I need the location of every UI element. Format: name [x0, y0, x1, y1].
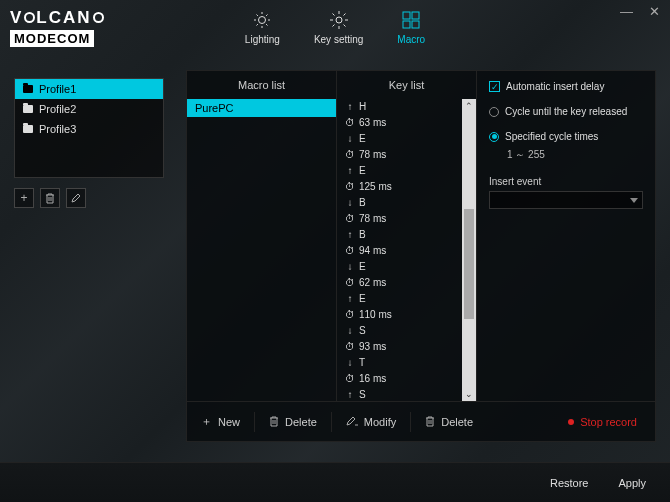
- nav-keysetting[interactable]: Key setting: [314, 10, 363, 45]
- svg-rect-3: [412, 12, 419, 19]
- new-label: New: [218, 416, 240, 428]
- svg-rect-2: [403, 12, 410, 19]
- key-event-row[interactable]: ↓E: [337, 131, 462, 147]
- cycle-range: 1 ～ 255: [507, 148, 643, 162]
- key-list-header: Key list: [337, 71, 476, 99]
- delete-macro-button[interactable]: Delete: [255, 416, 331, 428]
- macro-item[interactable]: PurePC: [187, 99, 336, 117]
- scroll-up-arrow[interactable]: ⌃: [465, 101, 473, 111]
- profile-label: Profile2: [39, 103, 76, 115]
- key-list[interactable]: ↑H⏱63 ms↓E⏱78 ms↑E⏱125 ms↓B⏱78 ms↑B⏱94 m…: [337, 99, 462, 401]
- key-event-row[interactable]: ↑E: [337, 291, 462, 307]
- nav-lighting-label: Lighting: [245, 34, 280, 45]
- radio-icon: [489, 107, 499, 117]
- key-event-row[interactable]: ⏱63 ms: [337, 115, 462, 131]
- profile-tools: +: [14, 188, 164, 208]
- profile-item[interactable]: Profile1: [15, 79, 163, 99]
- profile-list: Profile1Profile2Profile3: [14, 78, 164, 178]
- key-event-row[interactable]: ↑S: [337, 387, 462, 401]
- profile-item[interactable]: Profile3: [15, 119, 163, 139]
- key-event-text: 63 ms: [359, 116, 386, 130]
- auto-delay-label: Automatic insert delay: [506, 81, 604, 92]
- key-event-text: T: [359, 356, 365, 370]
- key-event-icon: ↑: [345, 228, 355, 242]
- modify-icon: [346, 416, 358, 427]
- key-event-text: 125 ms: [359, 180, 392, 194]
- pencil-icon: [71, 193, 81, 203]
- key-event-text: 16 ms: [359, 372, 386, 386]
- scroll-thumb[interactable]: [464, 209, 474, 319]
- cycle-released-radio[interactable]: Cycle until the key released: [489, 106, 643, 117]
- key-event-row[interactable]: ⏱110 ms: [337, 307, 462, 323]
- key-event-row[interactable]: ⏱16 ms: [337, 371, 462, 387]
- key-event-icon: ⏱: [345, 148, 355, 162]
- minimize-button[interactable]: —: [620, 4, 633, 19]
- profile-add-button[interactable]: +: [14, 188, 34, 208]
- svg-rect-5: [412, 21, 419, 28]
- key-event-text: 78 ms: [359, 148, 386, 162]
- record-dot-icon: [568, 419, 574, 425]
- profile-item[interactable]: Profile2: [15, 99, 163, 119]
- gear-icon: [329, 10, 349, 30]
- key-event-text: S: [359, 388, 366, 401]
- window-controls: — ✕: [610, 0, 670, 23]
- apply-button[interactable]: Apply: [618, 477, 646, 489]
- cycle-times-radio[interactable]: Specified cycle times: [489, 131, 643, 142]
- key-event-text: 62 ms: [359, 276, 386, 290]
- key-event-row[interactable]: ⏱125 ms: [337, 179, 462, 195]
- key-event-row[interactable]: ↓S: [337, 323, 462, 339]
- trash-icon: [425, 416, 435, 427]
- key-event-icon: ⏱: [345, 244, 355, 258]
- lighting-icon: [252, 10, 272, 30]
- key-event-row[interactable]: ↑B: [337, 227, 462, 243]
- options-column: ✓ Automatic insert delay Cycle until the…: [477, 71, 655, 401]
- folder-icon: [23, 85, 33, 93]
- plus-icon: ＋: [201, 414, 212, 429]
- key-event-icon: ⏱: [345, 308, 355, 322]
- key-event-row[interactable]: ↓B: [337, 195, 462, 211]
- restore-button[interactable]: Restore: [550, 477, 589, 489]
- nav-lighting[interactable]: Lighting: [245, 10, 280, 45]
- profile-label: Profile1: [39, 83, 76, 95]
- scroll-down-arrow[interactable]: ⌄: [465, 389, 473, 399]
- close-button[interactable]: ✕: [649, 4, 660, 19]
- profile-delete-button[interactable]: [40, 188, 60, 208]
- svg-point-0: [259, 17, 266, 24]
- key-event-row[interactable]: ⏱62 ms: [337, 275, 462, 291]
- key-event-row[interactable]: ↓E: [337, 259, 462, 275]
- key-event-row[interactable]: ⏱78 ms: [337, 147, 462, 163]
- profile-edit-button[interactable]: [66, 188, 86, 208]
- key-list-scrollbar[interactable]: ⌃ ⌄: [462, 99, 476, 401]
- stop-label: Stop record: [580, 416, 637, 428]
- main-panel: Macro list PurePC Key list ↑H⏱63 ms↓E⏱78…: [186, 70, 656, 442]
- new-button[interactable]: ＋New: [187, 414, 254, 429]
- key-event-icon: ↑: [345, 292, 355, 306]
- key-event-icon: ↓: [345, 260, 355, 274]
- key-event-row[interactable]: ↑H: [337, 99, 462, 115]
- key-event-row[interactable]: ⏱78 ms: [337, 211, 462, 227]
- key-event-icon: ↓: [345, 196, 355, 210]
- key-event-text: B: [359, 196, 366, 210]
- key-event-text: E: [359, 292, 366, 306]
- nav-macro[interactable]: Macro: [397, 10, 425, 45]
- key-event-text: E: [359, 260, 366, 274]
- modify-label: Modify: [364, 416, 396, 428]
- key-event-icon: ⏱: [345, 340, 355, 354]
- key-event-icon: ↑: [345, 100, 355, 114]
- key-event-row[interactable]: ↓T: [337, 355, 462, 371]
- delete-key-button[interactable]: Delete: [411, 416, 487, 428]
- macro-icon: [401, 10, 421, 30]
- svg-point-1: [336, 17, 342, 23]
- key-event-row[interactable]: ↑E: [337, 163, 462, 179]
- key-event-row[interactable]: ⏱94 ms: [337, 243, 462, 259]
- cycle-times-label: Specified cycle times: [505, 131, 598, 142]
- auto-delay-checkbox[interactable]: ✓ Automatic insert delay: [489, 81, 643, 92]
- stop-record-button[interactable]: Stop record: [554, 416, 655, 428]
- key-event-row[interactable]: ⏱93 ms: [337, 339, 462, 355]
- modify-button[interactable]: Modify: [332, 416, 410, 428]
- key-event-text: 93 ms: [359, 340, 386, 354]
- key-event-text: 78 ms: [359, 212, 386, 226]
- profile-label: Profile3: [39, 123, 76, 135]
- nav-keysetting-label: Key setting: [314, 34, 363, 45]
- insert-event-select[interactable]: [489, 191, 643, 209]
